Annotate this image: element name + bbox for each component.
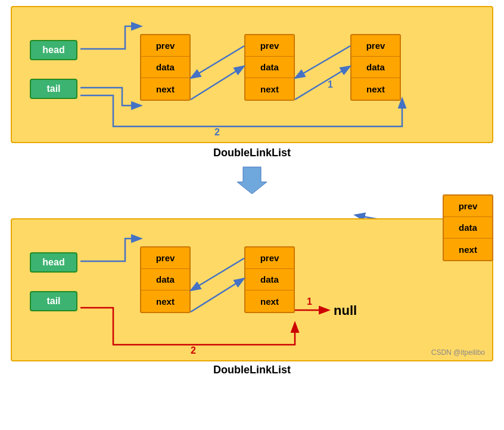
node-bottom-2-data: data xyxy=(245,269,294,290)
node-top-3-prev: prev xyxy=(351,35,400,57)
bottom-diagram-label: DoubleLinkList xyxy=(11,364,493,376)
node-bottom-1-prev: prev xyxy=(141,248,189,269)
arrow-num-1-bottom: 1 xyxy=(307,296,312,307)
top-panel: head tail prev data next prev data next … xyxy=(11,6,493,143)
node-top-2-prev: prev xyxy=(245,35,294,57)
arrow-num-2-bottom: 2 xyxy=(191,345,196,355)
null-label: null xyxy=(334,303,357,318)
tail-label-bottom: tail xyxy=(30,291,77,311)
floating-node-next: next xyxy=(444,239,492,260)
bottom-wrapper: prev data next head tail prev data next xyxy=(11,197,493,378)
node-bottom-1-next: next xyxy=(141,290,189,312)
top-diagram-label: DoubleLinkList xyxy=(213,147,291,159)
svg-line-2 xyxy=(295,67,349,100)
svg-line-1 xyxy=(192,46,244,78)
csdn-watermark: CSDN @itpeilibo xyxy=(431,348,485,357)
tail-label-top: tail xyxy=(30,79,77,99)
node-top-3: prev data next xyxy=(350,34,401,101)
node-top-2-data: data xyxy=(245,57,294,78)
arrow-num-1-top: 1 xyxy=(328,79,333,89)
floating-node: prev data next xyxy=(443,194,493,261)
arrow-num-2-top: 2 xyxy=(214,127,220,137)
node-bottom-1: prev data next xyxy=(140,246,191,313)
node-bottom-2-prev: prev xyxy=(245,248,294,269)
svg-line-6 xyxy=(191,279,243,312)
main-diagram: head tail prev data next prev data next … xyxy=(8,6,496,378)
node-top-1-prev: prev xyxy=(141,35,189,57)
svg-line-0 xyxy=(191,67,243,100)
svg-marker-4 xyxy=(237,167,267,194)
node-bottom-1-data: data xyxy=(141,269,189,290)
bottom-panel: head tail prev data next prev data next … xyxy=(11,218,493,361)
down-arrow xyxy=(237,164,267,194)
node-bottom-2-next: next xyxy=(245,290,294,312)
node-top-3-next: next xyxy=(351,78,400,100)
node-bottom-2: prev data next xyxy=(244,246,295,313)
node-top-3-data: data xyxy=(351,57,400,78)
floating-node-data: data xyxy=(444,217,492,239)
floating-node-prev: prev xyxy=(444,196,492,217)
node-top-1: prev data next xyxy=(140,34,191,101)
node-top-1-next: next xyxy=(141,78,189,100)
svg-line-3 xyxy=(296,46,350,78)
head-label-top: head xyxy=(30,40,77,60)
node-top-2-next: next xyxy=(245,78,294,100)
node-top-2: prev data next xyxy=(244,34,295,101)
node-top-1-data: data xyxy=(141,57,189,78)
head-label-bottom: head xyxy=(30,252,77,273)
svg-line-7 xyxy=(192,258,244,290)
